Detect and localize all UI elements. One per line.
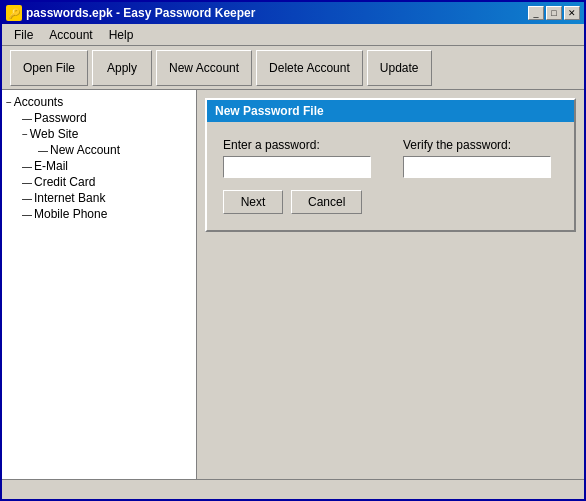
menu-bar: File Account Help [2, 24, 584, 46]
menu-file[interactable]: File [6, 26, 41, 44]
password-input[interactable] [223, 156, 371, 178]
tree-line-icon-password: — [22, 113, 32, 124]
tree-label-new-account: New Account [50, 143, 120, 157]
tree-line-icon-new-account: — [38, 145, 48, 156]
open-file-button[interactable]: Open File [10, 50, 88, 86]
title-bar: 🔑 passwords.epk - Easy Password Keeper _… [2, 2, 584, 24]
password-label: Enter a password: [223, 138, 371, 152]
tree-line-icon-mobile-phone: — [22, 209, 32, 220]
tree-label-credit-card: Credit Card [34, 175, 95, 189]
content-panel: New Password File Enter a password: Veri… [197, 90, 584, 479]
maximize-button[interactable]: □ [546, 6, 562, 20]
app-icon: 🔑 [6, 5, 22, 21]
tree-item-credit-card[interactable]: — Credit Card [2, 174, 196, 190]
close-button[interactable]: ✕ [564, 6, 580, 20]
minimize-button[interactable]: _ [528, 6, 544, 20]
main-window: 🔑 passwords.epk - Easy Password Keeper _… [0, 0, 586, 501]
tree-item-email[interactable]: — E-Mail [2, 158, 196, 174]
tree-label-password: Password [34, 111, 87, 125]
toolbar: Open File Apply New Account Delete Accou… [2, 46, 584, 90]
tree-label-mobile-phone: Mobile Phone [34, 207, 107, 221]
tree-line-icon-email: — [22, 161, 32, 172]
password-field-group: Enter a password: [223, 138, 371, 178]
update-button[interactable]: Update [367, 50, 432, 86]
menu-help[interactable]: Help [101, 26, 142, 44]
tree-collapse-icon: − [6, 97, 12, 108]
main-area: − Accounts — Password − Web Site — [2, 90, 584, 479]
verify-input[interactable] [403, 156, 551, 178]
tree-item-mobile-phone[interactable]: — Mobile Phone [2, 206, 196, 222]
tree-label-accounts: Accounts [14, 95, 63, 109]
status-bar [2, 479, 584, 499]
tree-label-internet-bank: Internet Bank [34, 191, 105, 205]
dialog-body: Enter a password: Verify the password: N… [207, 122, 574, 230]
next-button[interactable]: Next [223, 190, 283, 214]
tree-item-new-account[interactable]: — New Account [2, 142, 196, 158]
delete-account-button[interactable]: Delete Account [256, 50, 363, 86]
tree-collapse-icon-website: − [22, 129, 28, 140]
window-title: passwords.epk - Easy Password Keeper [26, 6, 255, 20]
tree-label-website: Web Site [30, 127, 78, 141]
tree-item-website[interactable]: − Web Site [2, 126, 196, 142]
tree-line-icon-internet-bank: — [22, 193, 32, 204]
dialog-form-row: Enter a password: Verify the password: [223, 138, 558, 178]
tree-label-email: E-Mail [34, 159, 68, 173]
window-controls: _ □ ✕ [528, 6, 580, 20]
sidebar: − Accounts — Password − Web Site — [2, 90, 197, 479]
menu-account[interactable]: Account [41, 26, 100, 44]
tree-item-password[interactable]: — Password [2, 110, 196, 126]
verify-label: Verify the password: [403, 138, 551, 152]
tree-item-internet-bank[interactable]: — Internet Bank [2, 190, 196, 206]
dialog-buttons: Next Cancel [223, 190, 558, 214]
cancel-button[interactable]: Cancel [291, 190, 362, 214]
tree-item-accounts[interactable]: − Accounts [2, 94, 196, 110]
tree-line-icon-credit-card: — [22, 177, 32, 188]
apply-button[interactable]: Apply [92, 50, 152, 86]
title-bar-left: 🔑 passwords.epk - Easy Password Keeper [6, 5, 255, 21]
dialog-panel: New Password File Enter a password: Veri… [205, 98, 576, 232]
new-account-button[interactable]: New Account [156, 50, 252, 86]
dialog-title: New Password File [207, 100, 574, 122]
verify-field-group: Verify the password: [403, 138, 551, 178]
